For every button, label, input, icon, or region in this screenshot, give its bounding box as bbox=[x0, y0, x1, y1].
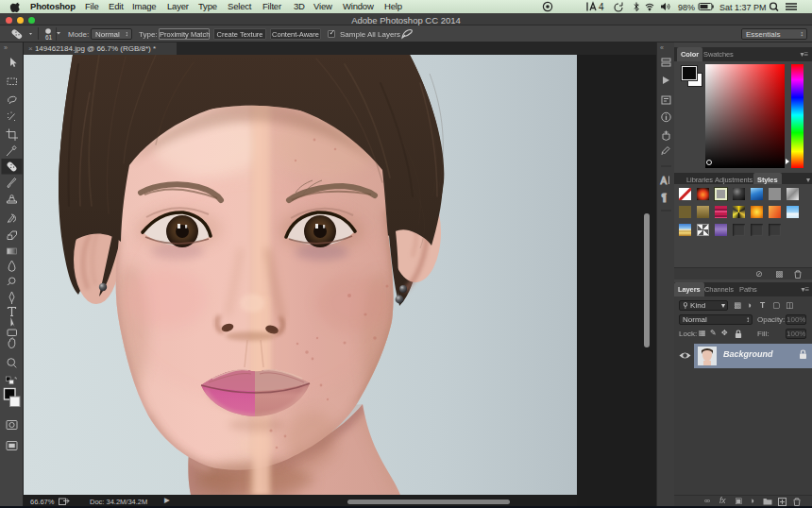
svg-text:4: 4 bbox=[599, 2, 604, 12]
svg-text:¶: ¶ bbox=[662, 193, 667, 203]
svg-text:Sat 1:37 PM: Sat 1:37 PM bbox=[719, 3, 767, 12]
svg-text:»: » bbox=[4, 44, 8, 51]
svg-text:98%: 98% bbox=[678, 3, 695, 12]
svg-text:«: « bbox=[660, 44, 664, 51]
svg-text:61: 61 bbox=[45, 34, 53, 41]
svg-text:A: A bbox=[661, 176, 668, 186]
